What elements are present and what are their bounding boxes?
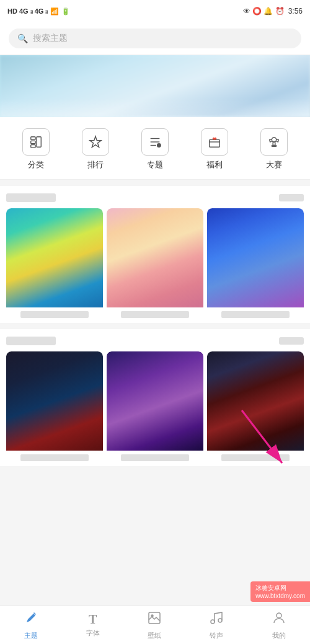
- category-row: 分类 排行 专题: [0, 117, 310, 180]
- search-bar: 🔍 搜索主题: [0, 22, 310, 55]
- theme-grid-1: [6, 208, 304, 323]
- theme-card-3-img: [207, 208, 304, 307]
- theme-card-1[interactable]: [6, 208, 103, 323]
- theme-card-6-label: [221, 454, 289, 461]
- paihang-icon: [82, 128, 109, 156]
- theme-grid-2: [6, 351, 304, 466]
- nav-wallpaper-icon: [147, 611, 162, 629]
- nav-wallpaper[interactable]: 壁纸: [140, 608, 169, 643]
- notification-icons: 👁 ⭕ 🔔 ⏰: [243, 7, 285, 15]
- svg-rect-2: [31, 145, 35, 148]
- theme-card-3[interactable]: [207, 208, 304, 323]
- category-fuli[interactable]: 福利: [201, 128, 228, 170]
- section-1-more[interactable]: [279, 194, 304, 201]
- status-bar: HD 4G ᵢₗ 4G ᵢₗ 📶 🔋 👁 ⭕ 🔔 ⏰ 3:56: [0, 0, 310, 22]
- theme-card-2[interactable]: [107, 208, 203, 323]
- search-icon: 🔍: [17, 33, 28, 43]
- nav-theme-icon: [24, 611, 38, 629]
- svg-rect-3: [37, 137, 41, 148]
- theme-card-6-img: [207, 351, 304, 451]
- nav-ringtone-label: 铃声: [210, 631, 223, 640]
- nav-mine-icon: [272, 611, 286, 629]
- nav-wallpaper-label: 壁纸: [148, 631, 161, 640]
- svg-rect-8: [210, 139, 220, 147]
- watermark: 冰糖安卓网 www.btxtdmy.com: [250, 581, 310, 602]
- theme-card-4-img: [6, 351, 103, 451]
- theme-card-5-img: [107, 351, 203, 451]
- nav-theme-label: 主题: [24, 631, 38, 640]
- dasai-icon: [260, 128, 288, 156]
- svg-point-19: [277, 613, 281, 618]
- category-zhuanti[interactable]: 专题: [141, 128, 169, 170]
- theme-card-5-label: [121, 454, 188, 461]
- banner-overlay: [0, 99, 310, 117]
- search-input-wrap[interactable]: 🔍 搜索主题: [9, 29, 301, 48]
- section-2-title: [6, 337, 56, 345]
- theme-card-1-label: [20, 311, 88, 318]
- svg-point-7: [157, 144, 161, 148]
- theme-card-3-label: [221, 311, 289, 318]
- section-1: [0, 186, 310, 323]
- category-paihang[interactable]: 排行: [82, 128, 109, 170]
- section-2-header: [6, 337, 304, 345]
- wifi-icon: 📶: [50, 7, 59, 15]
- svg-rect-1: [31, 141, 35, 144]
- nav-font[interactable]: T 字体: [79, 610, 107, 640]
- fenlei-label: 分类: [28, 159, 44, 170]
- section-2: [0, 329, 310, 466]
- nav-font-label: 字体: [86, 629, 100, 638]
- zhuanti-icon: [141, 128, 169, 156]
- section-2-more[interactable]: [279, 337, 304, 345]
- nav-mine-label: 我的: [272, 631, 286, 640]
- theme-card-2-img: [107, 208, 203, 307]
- nav-ringtone[interactable]: 铃声: [202, 608, 231, 643]
- section-1-title: [6, 193, 56, 202]
- fuli-icon: [201, 128, 228, 156]
- svg-point-18: [218, 619, 222, 622]
- banner[interactable]: [0, 55, 310, 117]
- status-left: HD 4G ᵢₗ 4G ᵢₗ 📶 🔋: [7, 7, 70, 15]
- bottom-nav: 主题 T 字体 壁纸 铃声: [0, 606, 310, 644]
- clock: 3:56: [288, 7, 303, 15]
- svg-point-10: [272, 138, 276, 142]
- svg-point-17: [211, 620, 215, 624]
- theme-card-2-label: [121, 311, 188, 318]
- signal-text: HD 4G ᵢₗ 4G ᵢₗ: [7, 7, 48, 15]
- svg-rect-0: [31, 137, 35, 140]
- svg-rect-11: [273, 142, 275, 146]
- theme-card-6[interactable]: [207, 351, 304, 466]
- fuli-label: 福利: [206, 159, 223, 170]
- zhuanti-label: 专题: [147, 159, 163, 170]
- theme-card-1-img: [6, 208, 103, 307]
- watermark-line1: 冰糖安卓网: [255, 584, 305, 593]
- category-fenlei[interactable]: 分类: [22, 128, 50, 170]
- section-1-header: [6, 193, 304, 202]
- nav-mine[interactable]: 我的: [264, 608, 294, 643]
- theme-card-4[interactable]: [6, 351, 103, 466]
- watermark-line2: www.btxtdmy.com: [255, 593, 305, 599]
- svg-rect-12: [272, 146, 276, 147]
- main-content: 🔍 搜索主题 分类 排行: [0, 22, 310, 517]
- fenlei-icon: [22, 128, 50, 156]
- nav-ringtone-icon: [209, 611, 224, 629]
- nav-font-icon: T: [89, 612, 97, 627]
- battery-icon: 🔋: [61, 7, 70, 15]
- dasai-label: 大赛: [266, 159, 282, 170]
- paihang-label: 排行: [87, 159, 104, 170]
- status-right: 👁 ⭕ 🔔 ⏰ 3:56: [243, 7, 303, 15]
- spacer: [0, 466, 310, 479]
- category-dasai[interactable]: 大赛: [260, 128, 288, 170]
- search-placeholder: 搜索主题: [33, 33, 68, 44]
- nav-theme[interactable]: 主题: [16, 608, 46, 643]
- theme-card-5[interactable]: [107, 351, 203, 466]
- theme-card-4-label: [20, 454, 88, 461]
